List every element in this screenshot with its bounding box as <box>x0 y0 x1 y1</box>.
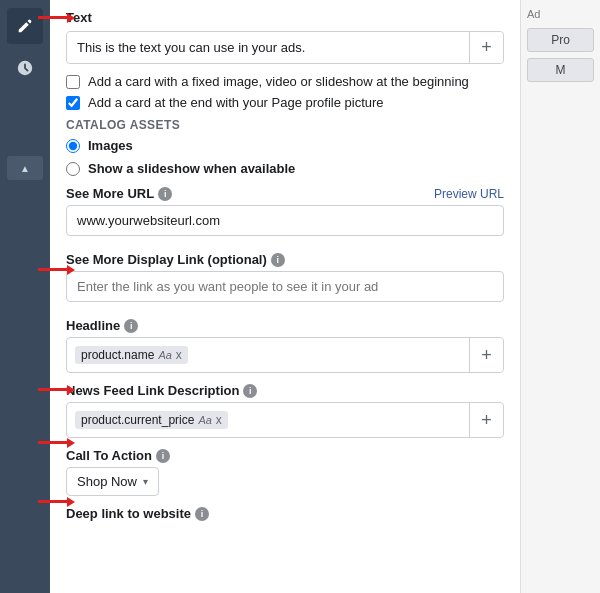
headline-tag: product.name Aa x <box>75 346 188 364</box>
see-more-url-label: See More URL i <box>66 186 172 201</box>
deep-link-label: Deep link to website i <box>66 506 209 521</box>
text-input[interactable] <box>67 32 469 63</box>
fixed-card-checkbox[interactable] <box>66 75 80 89</box>
text-input-container: + <box>66 31 504 64</box>
checkbox2-row: Add a card at the end with your Page pro… <box>66 95 504 110</box>
collapse-button[interactable]: ▲ <box>7 156 43 180</box>
see-more-url-info-icon: i <box>158 187 172 201</box>
headline-row: Headline i <box>66 318 504 333</box>
news-feed-input-container: product.current_price Aa x + <box>66 402 504 438</box>
page-profile-checkbox[interactable] <box>66 96 80 110</box>
news-feed-add-button[interactable]: + <box>469 403 503 437</box>
see-more-display-row: See More Display Link (optional) i <box>66 252 504 267</box>
clock-sidebar-icon[interactable] <box>7 50 43 86</box>
headline-tag-remove[interactable]: x <box>176 349 182 361</box>
headline-add-button[interactable]: + <box>469 338 503 372</box>
cta-value: Shop Now <box>77 474 137 489</box>
cta-chevron-icon: ▾ <box>143 476 148 487</box>
deep-link-row: Deep link to website i <box>66 506 504 521</box>
checkbox1-label: Add a card with a fixed image, video or … <box>88 74 469 89</box>
main-form: Text + Add a card with a fixed image, vi… <box>50 0 520 593</box>
collapse-icon: ▲ <box>20 163 30 174</box>
news-feed-tag-text: product.current_price <box>81 413 194 427</box>
see-more-display-label: See More Display Link (optional) i <box>66 252 285 267</box>
images-radio-label: Images <box>88 138 133 153</box>
news-feed-info-icon: i <box>243 384 257 398</box>
cta-row: Call To Action i <box>66 448 504 463</box>
radio-images-row: Images <box>66 138 504 153</box>
headline-info-icon: i <box>124 319 138 333</box>
checkbox2-label: Add a card at the end with your Page pro… <box>88 95 384 110</box>
cta-label: Call To Action i <box>66 448 170 463</box>
cta-dropdown[interactable]: Shop Now ▾ <box>66 467 159 496</box>
checkbox1-row: Add a card with a fixed image, video or … <box>66 74 504 89</box>
radio-slideshow-row: Show a slideshow when available <box>66 161 504 176</box>
news-feed-tag-remove[interactable]: x <box>216 414 222 426</box>
m-button[interactable]: M <box>527 58 594 82</box>
preview-url-link[interactable]: Preview URL <box>434 187 504 201</box>
cta-info-icon: i <box>156 449 170 463</box>
news-feed-tag: product.current_price Aa x <box>75 411 228 429</box>
news-feed-tag-area[interactable]: product.current_price Aa x <box>67 403 469 437</box>
sidebar: ▲ <box>0 0 50 593</box>
see-more-display-info-icon: i <box>271 253 285 267</box>
slideshow-radio-label: Show a slideshow when available <box>88 161 295 176</box>
headline-tag-area[interactable]: product.name Aa x <box>67 338 469 372</box>
see-more-display-input[interactable] <box>66 271 504 302</box>
headline-aa-label: Aa <box>158 349 171 361</box>
edit-sidebar-icon[interactable] <box>7 8 43 44</box>
headline-input-container: product.name Aa x + <box>66 337 504 373</box>
right-panel: Ad Pro M <box>520 0 600 593</box>
news-feed-aa-label: Aa <box>198 414 211 426</box>
images-radio[interactable] <box>66 139 80 153</box>
see-more-url-input[interactable] <box>66 205 504 236</box>
news-feed-row: News Feed Link Description i <box>66 383 504 398</box>
headline-label: Headline i <box>66 318 138 333</box>
catalog-assets-label: Catalog Assets <box>66 118 504 132</box>
see-more-url-row: See More URL i Preview URL <box>66 186 504 201</box>
sidebar-nav: ▲ <box>0 0 50 593</box>
slideshow-radio[interactable] <box>66 162 80 176</box>
headline-tag-text: product.name <box>81 348 154 362</box>
deep-link-info-icon: i <box>195 507 209 521</box>
news-feed-label: News Feed Link Description i <box>66 383 257 398</box>
pro-button[interactable]: Pro <box>527 28 594 52</box>
ad-label: Ad <box>527 8 594 20</box>
text-add-button[interactable]: + <box>469 32 503 63</box>
text-section-label: Text <box>66 10 504 25</box>
